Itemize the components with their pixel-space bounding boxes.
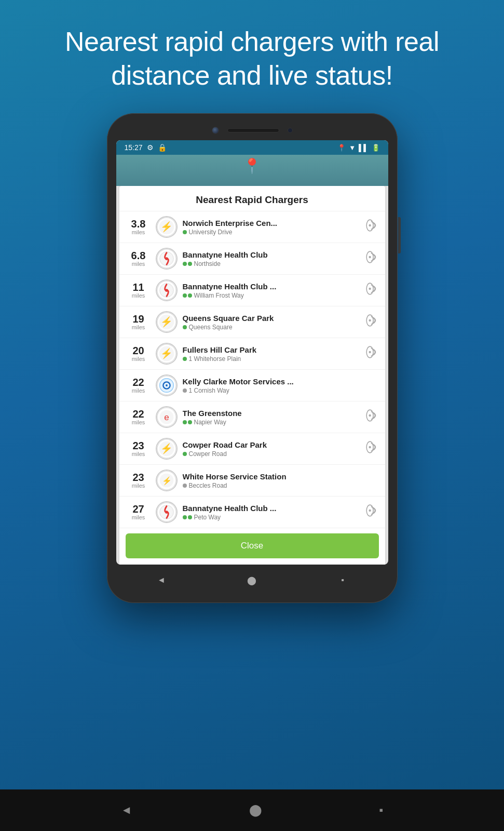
charger-address: Peto Way — [183, 514, 361, 521]
charger-item[interactable]: 3.8 miles ⚡ Norwich Enterprise Cen... Un… — [119, 211, 385, 243]
charger-name: Kelly Clarke Motor Services ... — [183, 377, 379, 386]
charger-info: Cowper Road Car Park Cowper Road — [183, 440, 361, 458]
charger-item[interactable]: 22 miles e The Greenstone Napier Way — [119, 401, 385, 433]
address-text: Cowper Road — [189, 450, 227, 458]
status-dots — [183, 293, 192, 298]
svg-point-7 — [165, 257, 168, 260]
charger-info: Fullers Hill Car Park 1 Whitehorse Plain — [183, 345, 361, 363]
status-dots — [183, 484, 187, 488]
charger-item[interactable]: 23 miles ⚡ Cowper Road Car Park Cowper R… — [119, 433, 385, 465]
address-text: Beccles Road — [189, 482, 227, 489]
charger-item[interactable]: 27 miles Bannatyne Health Club ... Peto — [119, 497, 385, 528]
charger-distance: 3.8 miles — [126, 219, 152, 235]
charger-address: University Drive — [183, 229, 361, 236]
bottom-bar: ◄ ⬤ ▪ — [0, 789, 504, 831]
charger-item[interactable]: 19 miles ⚡ Queens Square Car Park Queens… — [119, 306, 385, 338]
bottom-recents[interactable]: ▪ — [379, 803, 383, 817]
charger-name: Cowper Road Car Park — [183, 440, 361, 449]
settings-icon: ⚙ — [147, 143, 154, 152]
map-pin: 📍 — [243, 157, 261, 175]
status-dot — [183, 515, 187, 519]
status-dot — [188, 420, 192, 424]
charger-name: Fullers Hill Car Park — [183, 345, 361, 354]
battery-icon: 🔋 — [372, 144, 380, 152]
charger-logo — [156, 374, 178, 396]
charger-name: The Greenstone — [183, 409, 361, 418]
svg-text:⚡: ⚡ — [160, 316, 173, 328]
speaker — [227, 128, 279, 132]
svg-text:e: e — [164, 412, 169, 422]
svg-point-19 — [369, 319, 371, 321]
charger-info: Bannatyne Health Club Northside — [183, 250, 361, 267]
recents-button[interactable]: ▪ — [335, 573, 350, 587]
map-area: 📍 — [116, 155, 388, 186]
charger-address: William Frost Way — [183, 292, 361, 299]
signal-icon: ▌▌ — [359, 144, 368, 152]
svg-text:⚡: ⚡ — [161, 476, 171, 486]
bottom-home[interactable]: ⬤ — [249, 803, 262, 817]
contactless-icon — [365, 345, 379, 362]
charger-item[interactable]: 23 miles ⚡ White Horse Service Station B… — [119, 465, 385, 497]
charger-address: Cowper Road — [183, 450, 361, 458]
back-button[interactable]: ◄ — [154, 573, 169, 587]
charger-logo — [156, 501, 178, 523]
phone-bottom-bezel: ◄ ⬤ ▪ — [116, 565, 388, 594]
charger-info: Queens Square Car Park Queens Square — [183, 314, 361, 331]
address-text: Queens Square — [189, 324, 233, 331]
status-dot — [188, 262, 192, 266]
charger-info: The Greenstone Napier Way — [183, 409, 361, 426]
status-dot — [188, 515, 192, 519]
status-dots — [183, 388, 187, 393]
charger-item[interactable]: 20 miles ⚡ Fullers Hill Car Park 1 White… — [119, 338, 385, 370]
charger-distance: 11 miles — [126, 282, 152, 299]
address-text: Peto Way — [194, 514, 221, 521]
address-text: 1 Whitehorse Plain — [189, 355, 241, 363]
charger-item[interactable]: 11 miles Bannatyne Health Club ... Willi — [119, 275, 385, 306]
close-button[interactable]: Close — [126, 533, 379, 558]
svg-point-4 — [369, 224, 371, 226]
svg-text:⚡: ⚡ — [160, 443, 173, 454]
charger-info: White Horse Service Station Beccles Road — [183, 472, 379, 489]
charger-address: Napier Way — [183, 419, 361, 426]
status-dot — [183, 484, 187, 488]
status-dot — [188, 293, 192, 298]
charger-address: Northside — [183, 260, 361, 267]
phone-top-bezel — [116, 123, 388, 140]
charger-item[interactable]: 6.8 miles Bannatyne Health Club Northsid — [119, 243, 385, 275]
charger-name: Queens Square Car Park — [183, 314, 361, 323]
charger-info: Norwich Enterprise Cen... University Dri… — [183, 219, 361, 236]
svg-point-14 — [369, 288, 371, 290]
charger-distance: 23 miles — [126, 472, 152, 489]
svg-point-44 — [165, 511, 168, 514]
status-dots — [183, 262, 192, 266]
contactless-icon — [365, 504, 379, 520]
charger-distance: 6.8 miles — [126, 250, 152, 267]
charger-item[interactable]: 22 miles Kelly Clarke Motor Services ... — [119, 370, 385, 401]
charger-logo: ⚡ — [156, 216, 178, 238]
phone-mockup: 15:27 ⚙ 🔒 📍 ▼ ▌▌ 🔋 📍 Nearest Rapid Charg… — [107, 113, 398, 603]
svg-point-12 — [165, 289, 168, 292]
charger-logo: ⚡ — [156, 343, 178, 365]
bottom-back[interactable]: ◄ — [121, 803, 132, 817]
charger-logo — [156, 248, 178, 270]
svg-point-9 — [369, 256, 371, 258]
status-dot — [183, 325, 187, 329]
status-dots — [183, 515, 192, 519]
status-bar: 15:27 ⚙ 🔒 📍 ▼ ▌▌ 🔋 — [116, 140, 388, 155]
wifi-icon: ▼ — [349, 144, 356, 152]
charger-card: Nearest Rapid Chargers 3.8 miles ⚡ Norwi… — [119, 186, 385, 565]
status-dot — [183, 388, 187, 393]
status-dots — [183, 452, 187, 456]
svg-point-46 — [369, 510, 371, 512]
home-button[interactable]: ⬤ — [244, 573, 259, 587]
charger-address: 1 Cornish Way — [183, 387, 379, 394]
front-camera — [212, 127, 219, 134]
charger-logo: ⚡ — [156, 438, 178, 460]
location-icon: 📍 — [337, 144, 346, 152]
status-dots — [183, 325, 187, 329]
status-dots — [183, 230, 187, 234]
svg-point-28 — [166, 384, 168, 386]
charger-address: Queens Square — [183, 324, 361, 331]
svg-text:⚡: ⚡ — [160, 347, 173, 359]
contactless-icon — [365, 219, 379, 235]
